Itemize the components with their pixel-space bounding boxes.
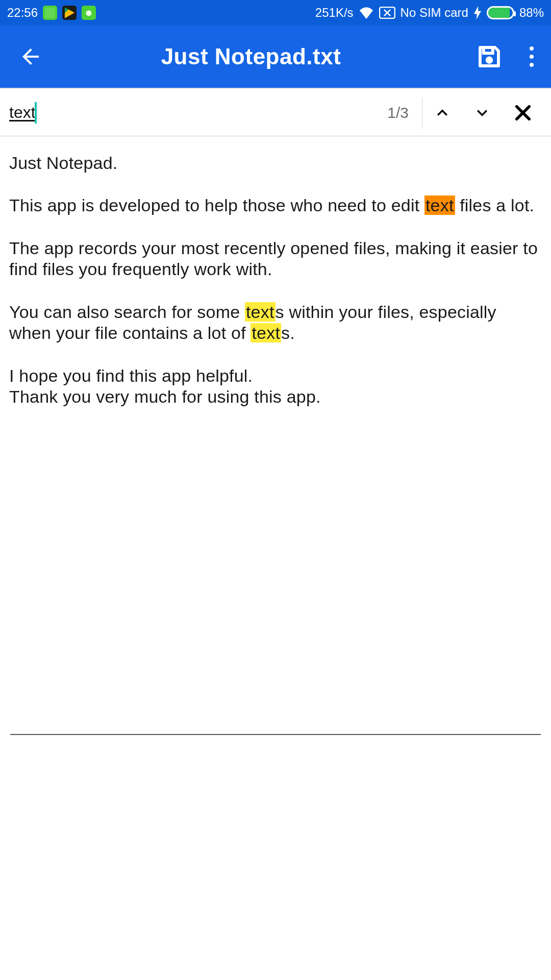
text-run: files a lot. <box>455 195 535 215</box>
find-input-wrap[interactable]: text <box>9 89 374 136</box>
charging-icon <box>473 6 482 19</box>
text-run: Thank you very much for using this app. <box>9 387 321 406</box>
status-time: 22:56 <box>7 6 38 20</box>
wifi-icon <box>359 7 374 19</box>
battery-fill <box>488 8 510 18</box>
search-hit-current: text <box>424 195 455 215</box>
text-run: s. <box>281 323 295 342</box>
save-icon <box>475 43 503 70</box>
network-speed: 251K/s <box>315 6 354 20</box>
text-run: You can also search for some <box>9 302 245 322</box>
more-vert-icon <box>530 46 534 51</box>
close-icon <box>512 102 534 124</box>
paragraph: Just Notepad. <box>9 153 542 174</box>
find-next-button[interactable] <box>462 95 502 131</box>
app-bar: Just Notepad.txt <box>0 26 551 88</box>
paragraph: I hope you find this app helpful. Thank … <box>9 365 542 408</box>
paragraph: This app is developed to help those who … <box>9 195 542 216</box>
text-run: This app is developed to help those who … <box>9 195 424 215</box>
play-store-icon <box>62 6 77 20</box>
text-run: I hope you find this app helpful. <box>9 366 253 385</box>
editor-bottom-rule <box>10 734 541 735</box>
battery-saver-icon <box>43 6 57 20</box>
find-bar: text 1/3 <box>0 89 551 136</box>
svg-rect-1 <box>484 47 493 53</box>
battery-percent: 88% <box>519 6 544 20</box>
editor-area[interactable]: Just Notepad. This app is developed to h… <box>0 136 551 408</box>
chevron-up-icon <box>432 103 453 123</box>
no-sim-icon <box>379 7 395 19</box>
status-right: 251K/s No SIM card 88% <box>315 6 544 20</box>
android-face-icon: ☻ <box>82 6 96 20</box>
save-button[interactable] <box>471 39 507 75</box>
status-bar: 22:56 ☻ 251K/s No SIM card 88% <box>0 0 551 26</box>
status-left: 22:56 ☻ <box>7 6 96 20</box>
sim-status-text: No SIM card <box>400 6 468 20</box>
find-prev-button[interactable] <box>422 95 462 131</box>
paragraph: You can also search for some texts withi… <box>9 302 542 344</box>
text-caret <box>35 102 37 124</box>
svg-point-2 <box>486 57 493 64</box>
chevron-down-icon <box>472 103 492 123</box>
paragraph: The app records your most recently opene… <box>9 238 542 280</box>
battery-icon <box>487 6 514 19</box>
overflow-menu-button[interactable] <box>521 41 542 72</box>
find-count: 1/3 <box>374 104 422 121</box>
search-input[interactable]: text <box>9 101 36 124</box>
document-title: Just Notepad.txt <box>31 44 471 69</box>
find-close-button[interactable] <box>505 95 541 131</box>
search-hit: text <box>251 323 281 342</box>
search-hit: text <box>245 302 276 322</box>
